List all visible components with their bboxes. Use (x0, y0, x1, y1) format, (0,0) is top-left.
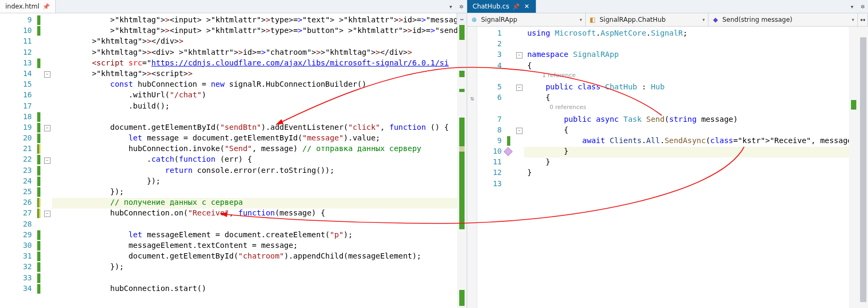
nav-member-label: Send(string message) (722, 16, 793, 23)
right-tabbar: ChatHub.cs 📌 ✕ ▾ ✲ (467, 0, 868, 13)
nav-class[interactable]: ◧ SignalRApp.ChatHub ▾ (586, 13, 709, 26)
gear-icon[interactable]: ✲ (857, 4, 868, 10)
right-gutter: 1234 56 78910111213 (477, 27, 505, 308)
pin-icon[interactable]: 📌 (512, 3, 520, 10)
chevron-down-icon: ▾ (702, 17, 705, 22)
left-changemarks (35, 13, 43, 308)
right-foldcol: −−− (515, 27, 524, 308)
split-editor-icon[interactable]: ↔ (457, 13, 467, 25)
pin-icon[interactable]: 📌 (43, 3, 50, 10)
left-foldcol: −−−− (43, 13, 52, 308)
tab-chathub-cs[interactable]: ChatHub.cs 📌 ✕ (467, 0, 536, 13)
right-code[interactable]: using Microsoft.AspNetCore.SignalR;names… (524, 27, 849, 308)
left-gutter: 9101112131415161718192021222324252627282… (0, 13, 35, 308)
chevron-down-icon: ▾ (852, 17, 854, 22)
nav-namespace-label: SignalRApp (481, 16, 517, 23)
right-editor[interactable]: ⇅ 1234 56 78910111213 −−− using Microsof… (467, 27, 868, 308)
right-changemarks (505, 27, 515, 308)
right-scrollbar[interactable] (858, 27, 868, 308)
method-icon: ◆ (712, 16, 719, 23)
tab-dropdown-icon[interactable]: ▾ (445, 4, 456, 10)
tab-dropdown-icon[interactable]: ▾ (847, 4, 857, 10)
tab-label: ChatHub.cs (473, 3, 509, 10)
split-editor-icon[interactable]: ↔ (858, 13, 868, 26)
left-editor[interactable]: 9101112131415161718192021222324252627282… (0, 13, 467, 308)
swap-lines-icon[interactable]: ⇅ (467, 27, 477, 308)
chevron-down-icon: ▾ (579, 17, 582, 22)
tab-label: index.html (5, 3, 39, 10)
left-overview-ruler[interactable] (457, 13, 467, 308)
nav-class-label: SignalRApp.ChatHub (600, 16, 665, 23)
right-overview-ruler[interactable] (849, 27, 858, 308)
left-tabbar: index.html 📌 ▾ ✲ (0, 0, 467, 13)
left-code[interactable]: >"khtmltag">><input> >"khtmlattr">>type>… (52, 13, 457, 308)
right-editor-pane: ChatHub.cs 📌 ✕ ▾ ✲ ⊕ SignalRApp ▾ ◧ Sign… (467, 0, 868, 308)
gear-icon[interactable]: ✲ (456, 4, 467, 10)
class-icon: ◧ (589, 16, 596, 23)
left-editor-pane: index.html 📌 ▾ ✲ 91011121314151617181920… (0, 0, 467, 308)
tab-index-html[interactable]: index.html 📌 (0, 0, 56, 13)
close-icon[interactable]: ✕ (523, 3, 530, 10)
namespace-icon: ⊕ (470, 16, 478, 23)
nav-member[interactable]: ◆ Send(string message) ▾ (709, 13, 858, 26)
right-navbar: ⊕ SignalRApp ▾ ◧ SignalRApp.ChatHub ▾ ◆ … (467, 13, 868, 27)
nav-namespace[interactable]: ⊕ SignalRApp ▾ (467, 13, 586, 26)
